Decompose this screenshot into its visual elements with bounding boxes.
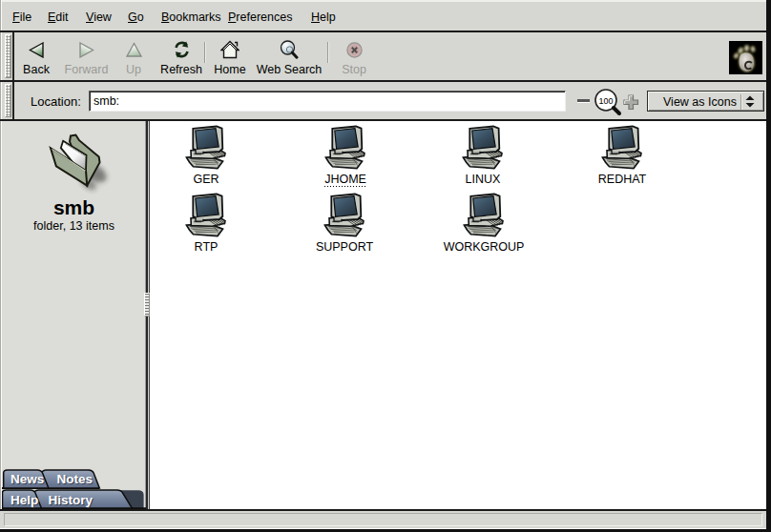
svg-text:Help: Help — [10, 493, 38, 507]
svg-text:100: 100 — [598, 96, 613, 106]
svg-text:Notes: Notes — [56, 472, 93, 486]
svg-text:History: History — [49, 493, 94, 507]
svg-text:News: News — [10, 472, 44, 486]
